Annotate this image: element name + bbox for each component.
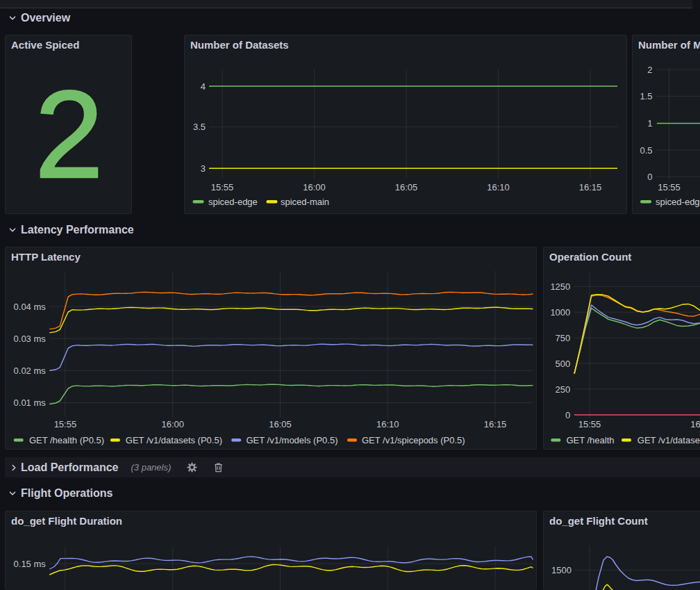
svg-text:750: 750: [556, 333, 571, 343]
svg-text:GET /v1/datasets (P0.5): GET /v1/datasets (P0.5): [126, 435, 222, 445]
svg-text:1250: 1250: [550, 281, 570, 292]
svg-text:1: 1: [647, 118, 652, 129]
svg-text:16:05: 16:05: [395, 182, 418, 192]
svg-text:15:55: 15:55: [658, 182, 681, 192]
svg-text:3.5: 3.5: [193, 122, 206, 132]
svg-text:16:00: 16:00: [690, 419, 700, 429]
svg-text:0: 0: [647, 172, 652, 182]
svg-text:250: 250: [556, 384, 571, 395]
svg-text:0.02 ms: 0.02 ms: [14, 366, 47, 376]
svg-text:0.01 ms: 0.01 ms: [14, 398, 47, 408]
svg-text:GET /health (P0.5): GET /health (P0.5): [29, 435, 104, 445]
svg-text:16:00: 16:00: [161, 419, 184, 429]
svg-text:15:55: 15:55: [54, 419, 77, 429]
svg-text:spiced-main: spiced-main: [281, 197, 329, 207]
svg-text:GET /v1/spicepods (P0.5): GET /v1/spicepods (P0.5): [362, 435, 465, 445]
svg-text:0.15 ms: 0.15 ms: [14, 559, 47, 569]
svg-text:500: 500: [556, 359, 571, 369]
svg-text:16:10: 16:10: [487, 182, 510, 192]
svg-text:16:10: 16:10: [376, 419, 399, 429]
svg-text:GET /v1/datasets: GET /v1/datasets: [638, 435, 700, 445]
svg-text:1000: 1000: [550, 307, 570, 318]
svg-text:3: 3: [201, 163, 206, 174]
svg-text:15:55: 15:55: [578, 419, 601, 429]
svg-text:16:15: 16:15: [579, 182, 602, 192]
svg-text:spiced-edge: spiced-edge: [208, 197, 258, 207]
svg-text:GET /v1/models (P0.5): GET /v1/models (P0.5): [247, 435, 338, 445]
svg-text:16:15: 16:15: [484, 419, 507, 429]
svg-text:0.03 ms: 0.03 ms: [14, 334, 47, 344]
svg-text:15:55: 15:55: [211, 182, 234, 192]
svg-text:1.5: 1.5: [640, 91, 652, 101]
svg-text:0.5: 0.5: [640, 145, 652, 156]
svg-text:0.04 ms: 0.04 ms: [14, 302, 47, 312]
svg-text:2: 2: [647, 65, 652, 75]
svg-text:4: 4: [201, 81, 206, 92]
svg-text:spiced-edge: spiced-edge: [656, 197, 700, 207]
svg-text:16:05: 16:05: [269, 419, 292, 429]
svg-text:GET /health: GET /health: [566, 435, 614, 445]
svg-text:0: 0: [565, 410, 570, 420]
svg-text:1500: 1500: [551, 565, 572, 575]
svg-text:16:00: 16:00: [303, 182, 326, 192]
